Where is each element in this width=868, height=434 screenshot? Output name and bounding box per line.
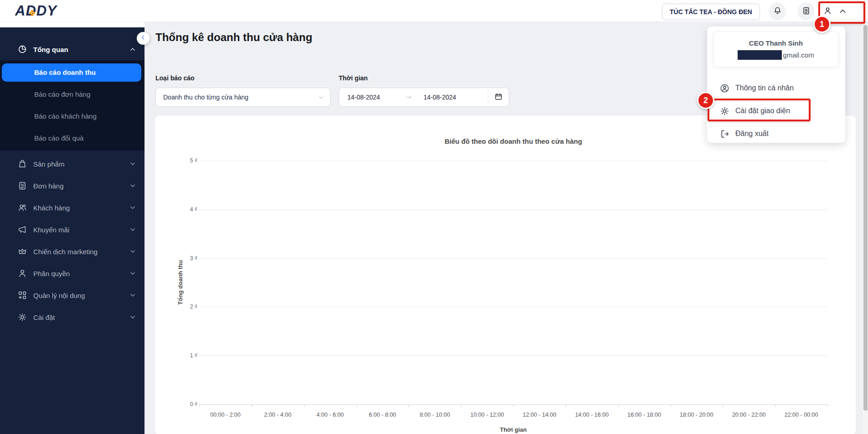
x-tick-label: 6:00 - 8:00 xyxy=(369,412,396,418)
x-tick-label: 10:00 - 12:00 xyxy=(470,412,504,418)
chart-plot-area xyxy=(199,161,827,404)
user-menu-item-thông-tin-cá-nhân[interactable]: Thông tin cá nhân xyxy=(707,77,845,99)
date-to-value[interactable]: 14-08-2024 xyxy=(417,94,488,101)
chevron-down-icon xyxy=(129,226,136,233)
sidebar-submenu: Báo cáo doanh thuBáo cáo đơn hàngBáo cáo… xyxy=(0,60,145,151)
store-selector-button[interactable]: TÚC TẮC TEA - ĐỒNG ĐEN xyxy=(662,4,760,20)
email-visible-text: gmail.com xyxy=(783,51,814,59)
chevron-left-icon xyxy=(140,34,146,42)
sidebar-item-label: Khách hàng xyxy=(33,204,129,212)
chevron-down-icon xyxy=(129,270,136,277)
x-tick-label: 12:00 - 14:00 xyxy=(523,412,557,418)
user-menu-item-label: Thông tin cá nhân xyxy=(735,84,794,92)
scrollbar-thumb[interactable] xyxy=(863,25,868,411)
addy-logo-text: ADDY xyxy=(15,3,57,19)
person-icon xyxy=(17,268,27,278)
addy-logo: ADDY xyxy=(15,2,57,20)
sidebar-collapse-button[interactable] xyxy=(137,32,150,45)
x-axis-tick xyxy=(199,404,200,407)
calendar-icon xyxy=(494,92,503,103)
chevron-down-icon xyxy=(129,182,136,189)
y-tick-label: 1 ₫ xyxy=(170,352,197,359)
x-tick-label: 00:00 - 2:00 xyxy=(210,412,241,418)
email-redaction-block xyxy=(738,50,782,60)
page-title: Thống kê doanh thu cửa hàng xyxy=(155,31,312,44)
sidebar-subitem-báo-cáo-đổi-quà[interactable]: Báo cáo đổi quà xyxy=(0,127,145,149)
sidebar-item-cài-đặt[interactable]: Cài đặt xyxy=(0,306,145,328)
sidebar-nav: Tổng quanBáo cáo doanh thuBáo cáo đơn hà… xyxy=(0,27,145,434)
x-axis-tick xyxy=(671,404,671,407)
profile-card: CEO Thanh Sinh gmail.com xyxy=(714,32,838,67)
sidebar-item-quản-lý-nội-dung[interactable]: Quản lý nội dung xyxy=(0,284,145,306)
y-tick-label: 0 ₫ xyxy=(170,401,197,408)
gridline xyxy=(199,307,827,307)
gridline xyxy=(199,356,827,356)
sidebar-item-label: Cài đặt xyxy=(33,314,129,321)
sidebar-subitem-báo-cáo-khách-hàng[interactable]: Báo cáo khách hàng xyxy=(0,105,145,127)
x-tick-label: 20:00 - 22:00 xyxy=(732,412,766,418)
user-menu-item-label: Đăng xuất xyxy=(735,130,769,138)
sidebar-subitem-báo-cáo-doanh-thu[interactable]: Báo cáo doanh thu xyxy=(2,63,141,82)
sidebar-item-chiến-dịch-marketing[interactable]: Chiến dịch marketing xyxy=(0,241,145,262)
crown-icon xyxy=(17,246,27,256)
notifications-button[interactable] xyxy=(769,3,786,20)
chevron-down-icon xyxy=(318,94,325,101)
sidebar-item-label: Sản phẩm xyxy=(33,160,129,168)
chevron-down-icon xyxy=(129,314,136,321)
sidebar-item-khuyến-mãi[interactable]: Khuyến mãi xyxy=(0,219,145,241)
x-tick-label: 18:00 - 20:00 xyxy=(680,412,713,418)
sidebar-item-label: Tổng quan xyxy=(33,46,129,53)
sidebar-item-phân-quyền[interactable]: Phân quyền xyxy=(0,262,145,284)
chevron-down-icon xyxy=(129,204,136,211)
sidebar: Tổng quanBáo cáo doanh thuBáo cáo đơn hà… xyxy=(0,22,145,434)
top-header: ADDY TÚC TẮC TEA - ĐỒNG ĐEN xyxy=(0,0,868,22)
x-axis-tick xyxy=(723,404,723,407)
x-axis-tick xyxy=(408,404,409,407)
megaphone-icon xyxy=(17,225,27,235)
date-range-picker[interactable]: 14-08-2024 14-08-2024 xyxy=(339,88,509,107)
x-axis-title: Thời gian xyxy=(500,426,527,433)
sidebar-item-label: Khuyến mãi xyxy=(33,226,129,234)
annotation-badge-1: 1 xyxy=(813,16,831,33)
calendar-icon-button[interactable] xyxy=(488,88,509,106)
chevron-down-icon xyxy=(129,248,136,255)
x-axis-tick xyxy=(775,404,775,407)
x-axis-tick xyxy=(356,404,357,407)
grid-icon xyxy=(17,290,27,300)
chevron-up-icon xyxy=(129,46,136,53)
chevron-down-icon xyxy=(129,292,136,299)
y-tick-label: 5 ₫ xyxy=(170,157,197,164)
store-name-label: TÚC TẮC TEA - ĐỒNG ĐEN xyxy=(670,8,752,16)
gridline xyxy=(199,258,827,259)
sidebar-item-khách-hàng[interactable]: Khách hàng xyxy=(0,197,145,219)
profile-email: gmail.com xyxy=(738,50,814,60)
y-tick-label: 3 ₫ xyxy=(170,255,197,261)
gear-icon xyxy=(17,312,27,322)
x-axis-tick xyxy=(513,404,514,407)
x-tick-label: 22:00 - 00:00 xyxy=(785,412,818,418)
x-axis-tick xyxy=(618,404,619,407)
user-menu-item-đăng-xuất[interactable]: Đăng xuất xyxy=(707,122,845,145)
sidebar-subitem-báo-cáo-đơn-hàng[interactable]: Báo cáo đơn hàng xyxy=(0,84,145,105)
sidebar-item-tổng-quan[interactable]: Tổng quan xyxy=(0,38,145,60)
revenue-chart-card: Biểu đồ theo dõi doanh thu theo cửa hàng… xyxy=(155,115,856,434)
sidebar-item-sản-phẩm[interactable]: Sản phẩm xyxy=(0,153,145,175)
x-tick-label: 14:00 - 16:00 xyxy=(575,412,609,418)
report-type-select[interactable]: Doanh thu cho từng cửa hàng xyxy=(155,88,331,107)
annotation-badge-2: 2 xyxy=(697,92,714,109)
sidebar-item-label: Chiến dịch marketing xyxy=(33,248,129,256)
sidebar-item-đơn-hàng[interactable]: Đơn hàng xyxy=(0,175,145,197)
sidebar-item-label: Phân quyền xyxy=(33,270,129,277)
date-from-value[interactable]: 14-08-2024 xyxy=(339,94,405,101)
chevron-down-icon xyxy=(129,160,136,167)
profile-name: CEO Thanh Sinh xyxy=(749,39,803,47)
pie-icon xyxy=(17,44,27,54)
page-scrollbar[interactable] xyxy=(863,22,868,434)
orders-button[interactable] xyxy=(797,3,815,20)
annotation-rect-interface-settings xyxy=(708,99,811,121)
x-axis-tick xyxy=(252,404,252,407)
logout-icon xyxy=(719,129,730,139)
time-range-label: Thời gian xyxy=(339,74,368,82)
report-type-label: Loại báo cáo xyxy=(155,74,195,82)
gridline xyxy=(199,161,827,161)
